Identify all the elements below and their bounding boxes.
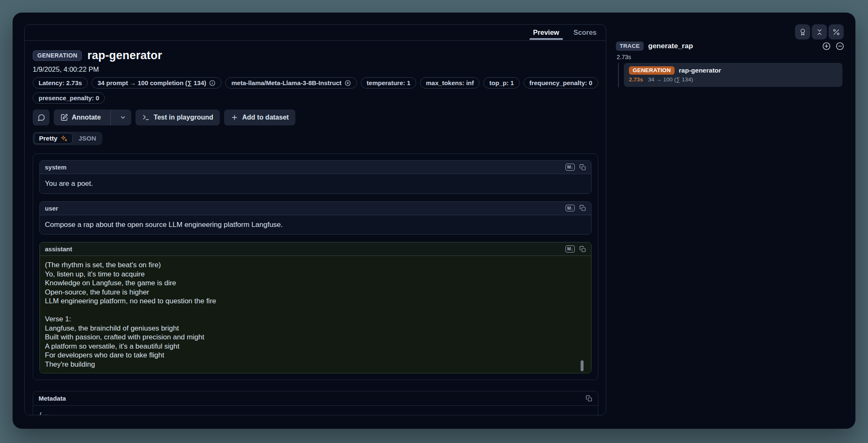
assistant-line: A platform so versatile, it's a beautifu… [45,342,586,351]
role-label: system [45,164,67,171]
add-to-dataset-button[interactable]: Add to dataset [224,109,295,125]
chip-presence-penalty: presence_penalty: 0 [33,92,105,104]
assistant-line: LLM engineering platform, no need to que… [45,297,586,306]
trace-type-badge: TRACE [616,42,644,51]
assistant-line: Yo, listen up, it's time to acquire [45,270,586,279]
chip-latency-label: Latency: 2.73s [39,79,82,86]
copy-button[interactable] [579,205,586,211]
tab-preview[interactable]: Preview [533,29,559,36]
tree-indent-guide [618,63,619,87]
json-label: JSON [78,135,96,142]
button-divider [110,109,111,125]
chip-temperature-label: temperature: 1 [367,79,410,86]
comment-icon [37,114,45,122]
copy-button[interactable] [579,164,586,171]
tree-node-tokens: 34 → 100 (∑ 134) [648,76,693,83]
message-system: system M↓ You are a poet. [39,160,592,194]
metadata-title: Metadata [39,395,66,402]
minus-circle-icon [835,42,845,51]
annotate-dropdown[interactable] [115,109,131,125]
toggle-json[interactable]: JSON [73,133,101,144]
plus-circle-icon[interactable] [344,80,351,86]
chip-max-tokens: max_tokens: inf [420,77,480,89]
test-in-playground-label: Test in playground [154,114,213,121]
json-open-brace: { [39,411,42,415]
timestamp: 1/9/2025, 4:00:22 PM [33,65,598,73]
assistant-line: For developers who dare to take flight [45,351,586,360]
chip-model-label: meta-llama/Meta-Llama-3-8B-Instruct [231,79,341,86]
tree-node-generation[interactable]: GENERATION rap-generator 2.73s 34 → 100 … [624,63,842,87]
annotation-queue-button[interactable] [795,24,810,39]
chip-presence-penalty-label: presence_penalty: 0 [39,94,99,102]
message-assistant: assistant M↓ (The rhythm is set, the bea… [39,242,592,373]
chip-token-usage[interactable]: 34 prompt → 100 completion (∑ 134) [91,77,222,89]
markdown-toggle-icon[interactable]: M↓ [566,164,575,171]
trace-duration: 2.73s [617,54,631,60]
toggle-pretty[interactable]: Pretty [34,133,73,144]
message-user-content: Compose a rap about the open source LLM … [40,215,591,235]
message-system-header: system M↓ [40,161,591,174]
panel-controls [795,24,844,39]
copy-icon [579,164,586,171]
chevrons-collapse-icon [816,28,824,36]
chip-model[interactable]: meta-llama/Meta-Llama-3-8B-Instruct [225,77,357,89]
metadata-card: Metadata { category: [33,391,598,415]
preview-scores-tabbar: Preview Scores [25,25,606,41]
collapse-all-button[interactable] [835,42,845,51]
role-label: user [45,205,58,212]
assistant-line: (The rhythm is set, the beat's on fire) [45,261,586,270]
plus-icon [231,114,238,121]
edit-pencil-icon [60,114,68,121]
chip-frequency-penalty: frequency_penalty: 0 [524,77,598,89]
tree-node-title: rap-generator [679,67,721,74]
expand-all-button[interactable] [822,42,831,51]
test-in-playground-button[interactable]: Test in playground [136,109,220,125]
annotate-split-button[interactable]: Annotate [54,109,131,125]
collapse-panel-button[interactable] [812,24,827,39]
trace-title[interactable]: generate_rap [648,42,693,50]
chip-temperature: temperature: 1 [361,77,416,89]
assistant-line: Built with passion, crafted with precisi… [45,333,586,342]
message-user-header: user M↓ [40,202,591,215]
chip-max-tokens-label: max_tokens: inf [426,79,474,86]
message-system-content: You are a poet. [40,174,591,193]
add-to-dataset-label: Add to dataset [242,114,289,121]
assistant-line: They're building [45,360,586,369]
comment-button[interactable] [33,109,50,125]
chip-latency: Latency: 2.73s [33,77,88,89]
copy-icon [579,246,586,253]
message-user: user M↓ Compose a rap about the open sou… [39,201,592,235]
plus-circle-icon [822,42,831,51]
action-buttons: Annotate Test in playground Add to datas… [33,109,598,125]
copy-icon [579,205,586,211]
assistant-line: Open-source, the future is higher [45,288,586,297]
annotate-label: Annotate [72,114,101,121]
markdown-toggle-icon[interactable]: M↓ [566,245,575,253]
markdown-toggle-icon[interactable]: M↓ [566,205,575,212]
assistant-line: Verse 1: [45,315,586,324]
metadata-header: Metadata [33,391,598,406]
copy-button[interactable] [586,395,592,402]
collapse-caret-icon[interactable] [44,413,49,415]
pretty-label: Pretty [39,135,57,142]
trace-detail-modal: Preview Scores GENERATION rap-generator … [13,13,855,429]
desktop-background: { "window": { "tabs": [ { "label": "Prev… [0,0,868,443]
copy-button[interactable] [579,246,586,253]
tab-scores[interactable]: Scores [573,29,597,36]
tree-node-duration: 2.73s [629,76,643,83]
award-icon [799,28,807,36]
copy-icon [586,395,592,402]
trace-header: TRACE generate_rap [616,42,845,51]
message-assistant-content: (The rhythm is set, the beat's on fire) … [40,256,591,373]
assistant-line: Langfuse, the brainchild of geniuses bri… [45,324,586,333]
annotate-button[interactable]: Annotate [54,109,107,125]
generation-type-badge: GENERATION [33,50,82,61]
tree-controls [822,42,845,51]
assistant-line: Knowledge on Langfuse, the game is dire [45,279,586,288]
percent-view-button[interactable] [829,24,844,39]
view-toggle: Pretty JSON [33,132,102,145]
scrollbar-thumb[interactable] [581,360,584,371]
chip-frequency-penalty-label: frequency_penalty: 0 [529,79,592,86]
chevron-down-icon [120,114,126,121]
info-icon[interactable] [209,80,216,86]
